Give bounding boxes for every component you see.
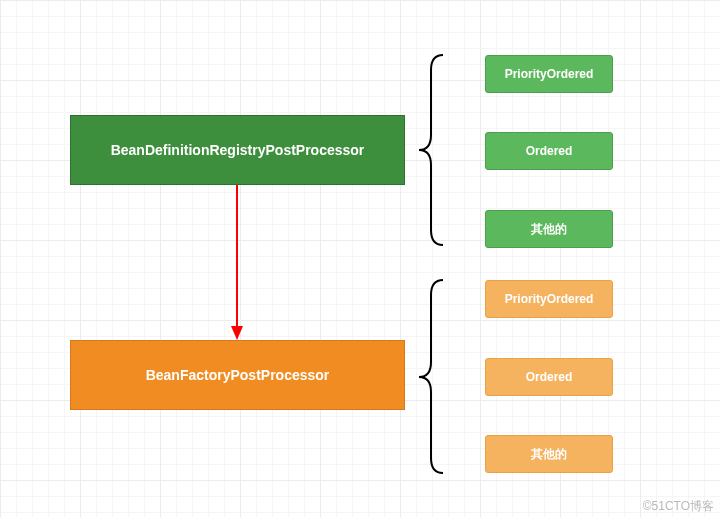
node-green-ordered: Ordered: [485, 132, 613, 170]
node-label: BeanDefinitionRegistryPostProcessor: [111, 142, 365, 158]
diagram-canvas: BeanDefinitionRegistryPostProcessor Bean…: [0, 0, 720, 517]
node-green-priority-ordered: PriorityOrdered: [485, 55, 613, 93]
brace-icon: [419, 55, 443, 245]
watermark-text: ©51CTO博客: [643, 498, 714, 515]
node-green-other: 其他的: [485, 210, 613, 248]
node-label: PriorityOrdered: [505, 67, 594, 81]
brace-icon: [419, 280, 443, 473]
node-label: 其他的: [531, 446, 567, 463]
node-label: BeanFactoryPostProcessor: [146, 367, 330, 383]
node-label: Ordered: [526, 144, 573, 158]
node-label: Ordered: [526, 370, 573, 384]
node-label: PriorityOrdered: [505, 292, 594, 306]
node-label: 其他的: [531, 221, 567, 238]
node-orange-other: 其他的: [485, 435, 613, 473]
node-bean-definition-registry-post-processor: BeanDefinitionRegistryPostProcessor: [70, 115, 405, 185]
node-orange-priority-ordered: PriorityOrdered: [485, 280, 613, 318]
node-orange-ordered: Ordered: [485, 358, 613, 396]
node-bean-factory-post-processor: BeanFactoryPostProcessor: [70, 340, 405, 410]
